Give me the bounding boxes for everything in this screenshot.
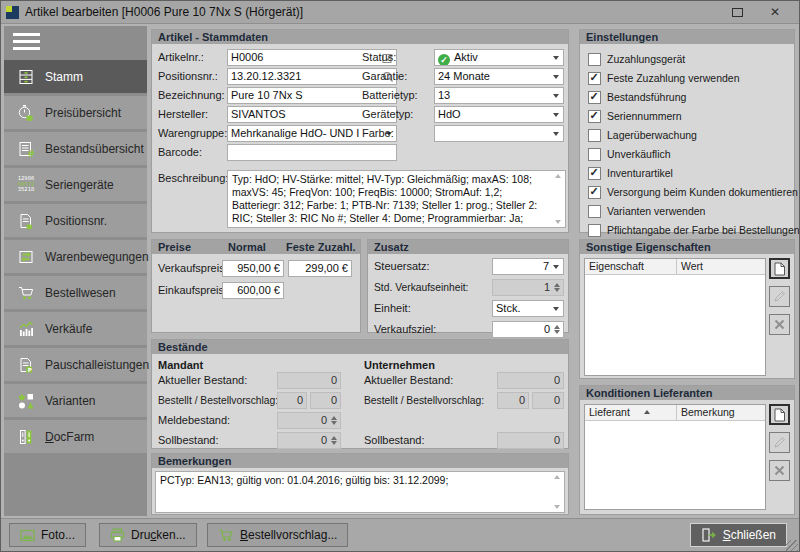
- textarea-scrollbar[interactable]: [551, 473, 563, 511]
- drucken-button[interactable]: Drucken...: [99, 523, 197, 547]
- checkbox-bestandsfuehrung[interactable]: Bestandsführung: [588, 89, 686, 105]
- verkaufspreis-feste-input[interactable]: 299,00 €: [288, 260, 352, 277]
- eigenschaften-table-header: Eigenschaft Wert: [585, 259, 765, 275]
- checkbox-box[interactable]: [588, 129, 601, 142]
- sidebar-item-seriengeraete[interactable]: 129868957235218 Seriengeräte: [4, 168, 147, 201]
- checkbox-varianten-verwenden[interactable]: Varianten verwenden: [588, 203, 705, 219]
- sidebar-item-docfarm[interactable]: DocFarm: [4, 420, 147, 453]
- resize-grip[interactable]: [786, 540, 798, 552]
- steuersatz-select[interactable]: 7: [492, 258, 564, 275]
- sidebar-item-varianten[interactable]: Varianten: [4, 384, 147, 417]
- sidebar-item-stamm[interactable]: Stamm: [4, 60, 147, 93]
- einheit-select[interactable]: Stck.: [492, 300, 564, 317]
- geraetetyp-select[interactable]: HdO: [434, 106, 564, 123]
- sidebar-item-verkaeufe[interactable]: Verkäufe: [4, 312, 147, 345]
- exit-door-icon: [701, 528, 717, 542]
- sidebar-item-pauschalleistungen[interactable]: P Pauschalleistungen: [4, 348, 147, 381]
- stepper-arrows[interactable]: [552, 323, 562, 336]
- checkbox-lagerueberwachung[interactable]: Lagerüberwachung: [588, 127, 697, 143]
- lieferanten-table[interactable]: Lieferant Bemerkung: [584, 404, 766, 510]
- edit-eigenschaft-button[interactable]: [769, 286, 790, 307]
- delete-eigenschaft-button[interactable]: [769, 314, 790, 335]
- edit-lieferant-button[interactable]: [769, 432, 790, 453]
- garantie-select[interactable]: 24 Monate: [434, 68, 564, 85]
- sidebar-item-label: Pauschalleistungen: [45, 358, 149, 372]
- active-check-icon: ✓: [438, 54, 450, 66]
- close-window-button[interactable]: ✕: [767, 5, 783, 19]
- batterietyp-label: Batterietyp:: [362, 87, 418, 104]
- mandant-sollbestand-stepper[interactable]: 0: [277, 432, 341, 449]
- checkbox-seriennummern[interactable]: Seriennummern: [588, 108, 682, 124]
- col-wert[interactable]: Wert: [677, 259, 765, 274]
- app-icon: [6, 6, 19, 19]
- checkbox-box[interactable]: [588, 53, 601, 66]
- checkbox-zuzahlungsgeraet[interactable]: Zuzahlungsgerät: [588, 51, 685, 67]
- title-bar: Artikel bearbeiten [H0006 Pure 10 7Nx S …: [1, 1, 799, 24]
- sidebar-item-label: Bestandsübersicht: [45, 142, 144, 156]
- checkbox-box[interactable]: [588, 91, 601, 104]
- einkaufspreis-normal-input[interactable]: 600,00 €: [222, 282, 284, 299]
- bestellvorschlag-button[interactable]: Bestellvorschlag...: [207, 523, 348, 547]
- panel-konditionen-header: Konditionen Lieferanten: [580, 386, 794, 400]
- eigenschaften-table[interactable]: Eigenschaft Wert: [584, 258, 766, 376]
- checkbox-box[interactable]: [588, 205, 601, 218]
- checkbox-versorgung-dokumentieren[interactable]: Versorgung beim Kunden dokumentieren: [588, 184, 798, 200]
- barcode-input[interactable]: [227, 144, 397, 161]
- hamburger-icon: [13, 33, 40, 36]
- panel-zusatz: Zusatz Steuersatz: 7 Std. Verkaufseinhei…: [367, 239, 569, 333]
- sidebar-item-bestellwesen[interactable]: Bestellwesen: [4, 276, 147, 309]
- batterietyp-select[interactable]: 13: [434, 87, 564, 104]
- checkbox-box[interactable]: [588, 148, 601, 161]
- unternehmen-aktueller-bestand-field: 0: [497, 372, 564, 389]
- sidebar-item-label: Stamm: [45, 70, 83, 84]
- checkbox-unverkaeuflich[interactable]: Unverkäuflich: [588, 146, 671, 162]
- sidebar-item-positionsnr[interactable]: Positionsnr.: [4, 204, 147, 237]
- panel-bestaende: Bestände Mandant Unternehmen Aktueller B…: [151, 339, 569, 449]
- foto-button[interactable]: Foto...: [9, 523, 86, 547]
- col-eigenschaft[interactable]: Eigenschaft: [585, 259, 677, 274]
- binders-icon: [13, 428, 39, 446]
- stepper-arrows[interactable]: [329, 434, 339, 447]
- textarea-scrollbar[interactable]: [552, 172, 564, 226]
- checkbox-box[interactable]: [588, 167, 601, 180]
- checkbox-box[interactable]: [588, 186, 601, 199]
- col-bemerkung[interactable]: Bemerkung: [677, 405, 765, 420]
- restore-window-button[interactable]: [729, 5, 745, 19]
- chevron-down-icon: [553, 265, 559, 269]
- stepper-arrows[interactable]: [329, 414, 339, 427]
- scroll-down-icon: [554, 505, 560, 509]
- scroll-up-icon: [555, 174, 561, 178]
- drawer-cabinet-icon: [13, 68, 39, 86]
- panel-einstellungen-header: Einstellungen: [580, 30, 794, 44]
- checkbox-box[interactable]: [588, 72, 601, 85]
- status-select[interactable]: ✓Aktiv: [434, 49, 564, 66]
- document-p-icon: P: [13, 356, 39, 374]
- close-icon: ✕: [770, 6, 780, 18]
- warengruppe-label: Warengruppe:: [158, 125, 227, 142]
- meldebestand-stepper[interactable]: 0: [277, 412, 341, 429]
- bemerkungen-textarea[interactable]: PCTyp: EAN13; gültig von: 01.04.2016; gü…: [155, 471, 565, 513]
- verkaufsziel-stepper[interactable]: 0: [492, 321, 564, 338]
- menu-button[interactable]: [4, 26, 147, 60]
- sidebar-item-preisuebersicht[interactable]: Preisübersicht: [4, 96, 147, 129]
- farbe-select[interactable]: [434, 125, 564, 142]
- sidebar-item-label: Verkäufe: [45, 322, 92, 336]
- mandant-sollbestand-label: Sollbestand:: [158, 432, 219, 449]
- add-eigenschaft-button[interactable]: [769, 258, 790, 279]
- geraetetyp-label: Gerätetyp:: [362, 106, 413, 123]
- watch-coins-icon: [13, 104, 39, 122]
- sidebar-item-bestandsuebersicht[interactable]: # Bestandsübersicht: [4, 132, 147, 165]
- delete-lieferant-button[interactable]: [769, 460, 790, 481]
- checkbox-inventurartikel[interactable]: Inventurartikel: [588, 165, 673, 181]
- beschreibung-textarea[interactable]: Typ: HdO; HV-Stärke: mittel; HV-Typ: Gle…: [227, 170, 566, 228]
- add-lieferant-button[interactable]: [769, 404, 790, 425]
- sidebar-item-warenbewegungen[interactable]: Warenbewegungen: [4, 240, 147, 273]
- checkbox-pflichtangabe-farbe[interactable]: Pflichtangabe der Farbe bei Bestellungen: [588, 222, 800, 238]
- schliessen-button[interactable]: Schließen: [690, 523, 787, 547]
- mandant-bestellvorschlag-field: 0: [310, 392, 341, 409]
- checkbox-box[interactable]: [588, 110, 601, 123]
- verkaufspreis-normal-input[interactable]: 950,00 €: [222, 260, 284, 277]
- col-lieferant[interactable]: Lieferant: [585, 405, 677, 420]
- checkbox-box[interactable]: [588, 224, 601, 237]
- checkbox-feste-zuzahlung[interactable]: Feste Zuzahlung verwenden: [588, 70, 740, 86]
